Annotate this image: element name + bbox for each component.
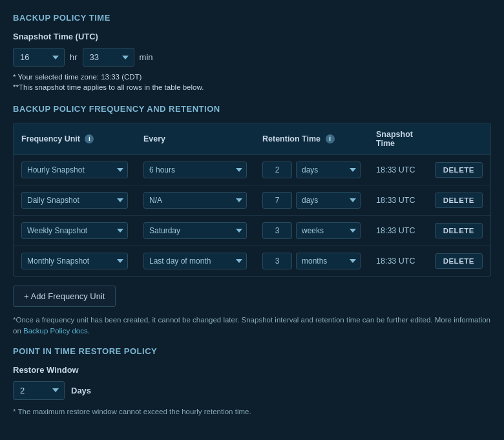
freq-unit-cell: Hourly SnapshotDaily SnapshotWeekly Snap… bbox=[14, 216, 136, 246]
retention-cell: hoursdaysweeksmonths bbox=[255, 246, 368, 277]
snapshot-time-cell: 18:33 UTC bbox=[368, 155, 427, 185]
min-label: min bbox=[140, 52, 153, 62]
pit-restore-title: POINT IN TIME RESTORE POLICY bbox=[13, 346, 491, 356]
restore-window-label: Restore Window bbox=[13, 365, 491, 375]
table-row: Hourly SnapshotDaily SnapshotWeekly Snap… bbox=[14, 216, 490, 246]
every-select[interactable]: 1st day of monthLast day of month15th da… bbox=[143, 253, 247, 269]
freq-unit-cell: Hourly SnapshotDaily SnapshotWeekly Snap… bbox=[14, 185, 136, 216]
freq-unit-select[interactable]: Hourly SnapshotDaily SnapshotWeekly Snap… bbox=[21, 222, 128, 239]
backup-policy-time-title: BACKUP POLICY TIME bbox=[13, 13, 491, 23]
retention-cell: hoursdaysweeksmonths bbox=[255, 216, 368, 246]
hr-label: hr bbox=[70, 52, 78, 62]
retention-cell: hoursdaysweeksmonths bbox=[255, 155, 368, 185]
freq-unit-select[interactable]: Hourly SnapshotDaily SnapshotWeekly Snap… bbox=[21, 253, 128, 269]
retention-num-input[interactable] bbox=[262, 222, 292, 239]
applies-note: **This snapshot time applies to all rows… bbox=[13, 83, 491, 91]
snapshot-time-cell: 18:33 UTC bbox=[368, 246, 427, 277]
retention-cell: hoursdaysweeksmonths bbox=[255, 185, 368, 216]
backup-policy-time-section: BACKUP POLICY TIME Snapshot Time (UTC) 1… bbox=[13, 13, 491, 91]
delete-cell: DELETE bbox=[427, 185, 490, 216]
every-select[interactable]: SundayMondayTuesdayWednesdayThursdayFrid… bbox=[143, 222, 247, 239]
snapshot-time-cell: 18:33 UTC bbox=[368, 185, 427, 216]
retention-num-input[interactable] bbox=[262, 162, 292, 178]
snapshot-time-cell: 18:33 UTC bbox=[368, 216, 427, 246]
table-row: Hourly SnapshotDaily SnapshotWeekly Snap… bbox=[14, 185, 490, 216]
time-row: 16 0123 4567 891011 12131415 17181920 21… bbox=[13, 48, 491, 67]
retention-unit-select[interactable]: hoursdaysweeksmonths bbox=[296, 192, 361, 209]
table-row: Hourly SnapshotDaily SnapshotWeekly Snap… bbox=[14, 155, 490, 185]
hour-select[interactable]: 16 0123 4567 891011 12131415 17181920 21… bbox=[13, 48, 65, 67]
table-row: Hourly SnapshotDaily SnapshotWeekly Snap… bbox=[14, 246, 490, 277]
col-frequency-unit: Frequency Unit i bbox=[14, 123, 136, 155]
snapshot-time-label: Snapshot Time (UTC) bbox=[13, 32, 491, 41]
delete-cell: DELETE bbox=[427, 216, 490, 246]
freq-unit-select[interactable]: Hourly SnapshotDaily SnapshotWeekly Snap… bbox=[21, 162, 128, 178]
every-select[interactable]: 1 hour2 hours3 hours4 hours6 hours8 hour… bbox=[143, 162, 247, 178]
backup-freq-title: BACKUP POLICY FREQUENCY AND RETENTION bbox=[13, 104, 491, 114]
days-label: Days bbox=[71, 386, 91, 395]
col-snapshot-time: Snapshot Time bbox=[368, 123, 427, 155]
every-cell: 1st day of monthLast day of month15th da… bbox=[136, 246, 255, 277]
policy-table: Frequency Unit i Every Retention Time i … bbox=[14, 123, 490, 276]
retention-unit-select[interactable]: hoursdaysweeksmonths bbox=[296, 222, 361, 239]
retention-unit-select[interactable]: hoursdaysweeksmonths bbox=[296, 162, 361, 178]
every-cell: 1 hour2 hours3 hours4 hours6 hours8 hour… bbox=[136, 155, 255, 185]
freq-unit-cell: Hourly SnapshotDaily SnapshotWeekly Snap… bbox=[14, 246, 136, 277]
restore-note: * The maximum restore window cannot exce… bbox=[13, 406, 491, 417]
add-frequency-unit-button[interactable]: + Add Frequency Unit bbox=[13, 286, 116, 307]
retention-num-input[interactable] bbox=[262, 192, 292, 209]
frequency-unit-info-icon: i bbox=[85, 134, 94, 143]
delete-button[interactable]: DELETE bbox=[435, 253, 483, 269]
freq-unit-select[interactable]: Hourly SnapshotDaily SnapshotWeekly Snap… bbox=[21, 192, 128, 209]
policy-table-container: Frequency Unit i Every Retention Time i … bbox=[13, 123, 491, 277]
delete-button[interactable]: DELETE bbox=[435, 193, 483, 208]
timezone-note: * Your selected time zone: 13:33 (CDT) bbox=[13, 73, 491, 81]
every-select[interactable]: N/A bbox=[143, 192, 247, 209]
restore-window-select[interactable]: 2 13457 bbox=[13, 381, 65, 400]
every-cell: N/A bbox=[136, 185, 255, 216]
min-select[interactable]: 33 0153045 bbox=[83, 48, 134, 67]
backup-policy-docs-link[interactable]: Backup Policy docs bbox=[23, 327, 88, 335]
retention-time-info-icon: i bbox=[326, 134, 335, 143]
retention-num-input[interactable] bbox=[262, 253, 292, 269]
delete-cell: DELETE bbox=[427, 155, 490, 185]
delete-button[interactable]: DELETE bbox=[435, 223, 483, 238]
freq-unit-cell: Hourly SnapshotDaily SnapshotWeekly Snap… bbox=[14, 155, 136, 185]
restore-row: 2 13457 Days bbox=[13, 381, 491, 400]
delete-button[interactable]: DELETE bbox=[435, 162, 483, 178]
col-retention-time: Retention Time i bbox=[255, 123, 368, 155]
retention-unit-select[interactable]: hoursdaysweeksmonths bbox=[296, 253, 361, 269]
pit-restore-section: POINT IN TIME RESTORE POLICY Restore Win… bbox=[13, 346, 491, 417]
delete-cell: DELETE bbox=[427, 246, 490, 277]
every-cell: SundayMondayTuesdayWednesdayThursdayFrid… bbox=[136, 216, 255, 246]
col-every: Every bbox=[136, 123, 255, 155]
policy-note: *Once a frequency unit has been created,… bbox=[13, 315, 491, 337]
